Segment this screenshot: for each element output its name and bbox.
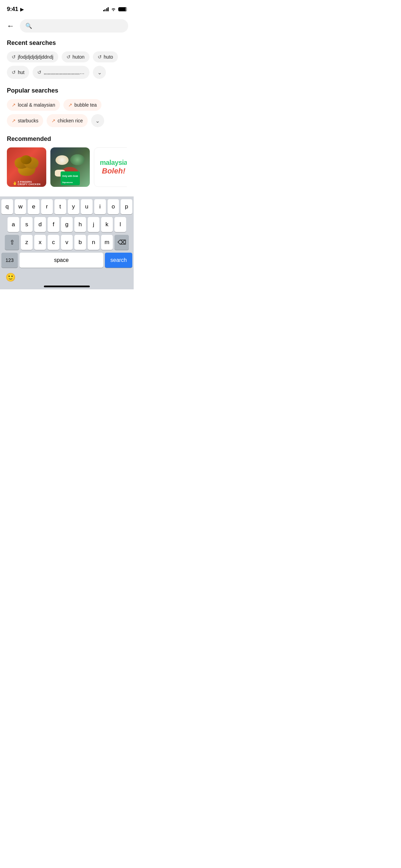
key-q[interactable]: q bbox=[1, 199, 13, 214]
recommended-title: Recommended bbox=[7, 135, 127, 143]
key-d[interactable]: d bbox=[34, 217, 46, 232]
emoji-button[interactable]: 🙂 bbox=[5, 273, 16, 282]
search-bar-row: ← 🔍 bbox=[0, 16, 134, 37]
recent-chip-1[interactable]: ↺ huton bbox=[62, 51, 89, 62]
signal-icon bbox=[103, 7, 109, 11]
key-m[interactable]: m bbox=[101, 235, 113, 250]
popular-searches-section: Popular searches ↗ local & malaysian ↗ b… bbox=[7, 87, 127, 127]
recent-chip-text-3: hut bbox=[18, 70, 24, 75]
recent-chip-3[interactable]: ↺ hut bbox=[7, 66, 29, 79]
popular-chip-text-1: bubble tea bbox=[74, 102, 97, 108]
keyboard-row-3: ⇧ z x c v b n m ⌫ bbox=[1, 235, 132, 250]
recent-chip-4[interactable]: ↺ ,,,,,,,,,,,,,,,,,,,,,,,,,,,,,,,,,,,, bbox=[33, 66, 89, 79]
popular-chips-row-2: ↗ starbucks ↗ chicken rice ⌄ bbox=[7, 114, 127, 127]
history-icon-3: ↺ bbox=[12, 70, 16, 75]
space-key[interactable]: space bbox=[20, 253, 103, 268]
popular-chips-row-1: ↗ local & malaysian ↗ bubble tea bbox=[7, 99, 127, 111]
expand-icon: ⌄ bbox=[97, 69, 102, 76]
battery-icon bbox=[118, 7, 127, 11]
history-icon-1: ↺ bbox=[66, 54, 71, 60]
popular-chip-text-0: local & malaysian bbox=[18, 102, 55, 108]
keyboard: q w e r t y u i o p a s d f g h j k l ⇧ … bbox=[0, 196, 134, 289]
recent-chip-text-1: huton bbox=[73, 54, 85, 60]
location-icon: ▶ bbox=[20, 7, 24, 12]
backspace-key[interactable]: ⌫ bbox=[114, 235, 129, 250]
recent-searches-section: Recent searches ↺ jfodjdjdjdjdjddndj ↺ h… bbox=[7, 39, 127, 79]
numbers-key[interactable]: 123 bbox=[1, 253, 18, 268]
key-w[interactable]: w bbox=[15, 199, 26, 214]
search-key[interactable]: search bbox=[105, 253, 132, 268]
trend-icon-0: ↗ bbox=[12, 102, 16, 108]
only-grab-badge: Only with Grab Signatures bbox=[60, 171, 80, 185]
popular-chip-3[interactable]: ↗ chicken rice bbox=[47, 114, 88, 127]
content-area: Recent searches ↺ jfodjdjdjdjdjddndj ↺ h… bbox=[0, 37, 134, 187]
recent-chip-0[interactable]: ↺ jfodjdjdjdjdjddndj bbox=[7, 51, 58, 62]
back-button[interactable]: ← bbox=[5, 20, 16, 32]
recent-searches-title: Recent searches bbox=[7, 39, 127, 47]
status-bar: 9:41 ▶ bbox=[0, 0, 134, 16]
history-icon-4: ↺ bbox=[37, 70, 41, 75]
key-i[interactable]: i bbox=[94, 199, 106, 214]
keyboard-row-4: 123 space search bbox=[1, 253, 132, 268]
popular-searches-title: Popular searches bbox=[7, 87, 127, 94]
key-j[interactable]: j bbox=[88, 217, 99, 232]
key-z[interactable]: z bbox=[21, 235, 33, 250]
key-a[interactable]: a bbox=[8, 217, 19, 232]
popular-chip-2[interactable]: ↗ starbucks bbox=[7, 114, 43, 127]
recent-chip-text-2: huto bbox=[104, 54, 113, 60]
boleh-text: Boleh! bbox=[100, 167, 127, 176]
key-t[interactable]: t bbox=[54, 199, 66, 214]
popular-expand-button[interactable]: ⌄ bbox=[91, 114, 104, 127]
key-b[interactable]: b bbox=[74, 235, 86, 250]
search-icon: 🔍 bbox=[25, 23, 32, 29]
history-icon-0: ↺ bbox=[12, 54, 16, 60]
malaysia-text: malaysia bbox=[100, 159, 127, 167]
popular-chip-text-3: chicken rice bbox=[58, 118, 83, 123]
4fingers-label: 4 FINGERSCRISPY CHICKEN bbox=[18, 181, 41, 185]
key-c[interactable]: c bbox=[48, 235, 59, 250]
popular-chip-text-2: starbucks bbox=[18, 118, 38, 123]
popular-chip-1[interactable]: ↗ bubble tea bbox=[63, 99, 101, 111]
recent-chip-text-4: ,,,,,,,,,,,,,,,,,,,,,,,,,,,,,,,,,,,, bbox=[44, 70, 85, 75]
key-y[interactable]: y bbox=[68, 199, 80, 214]
search-input-container[interactable]: 🔍 bbox=[20, 19, 128, 33]
key-x[interactable]: x bbox=[34, 235, 46, 250]
keyboard-row-1: q w e r t y u i o p bbox=[1, 199, 132, 214]
key-u[interactable]: u bbox=[81, 199, 93, 214]
recommended-section: Recommended 🤚 4 FINGERSCRISPY CHICKEN bbox=[7, 135, 127, 187]
trend-icon-2: ↗ bbox=[12, 118, 16, 123]
shift-key[interactable]: ⇧ bbox=[5, 235, 19, 250]
history-icon-2: ↺ bbox=[98, 54, 102, 60]
key-k[interactable]: k bbox=[101, 217, 113, 232]
key-e[interactable]: e bbox=[28, 199, 39, 214]
key-o[interactable]: o bbox=[108, 199, 119, 214]
rec-card-4fingers[interactable]: 🤚 4 FINGERSCRISPY CHICKEN bbox=[7, 147, 46, 187]
recent-chips-row-1: ↺ jfodjdjdjdjdjddndj ↺ huton ↺ huto bbox=[7, 51, 127, 62]
trend-icon-1: ↗ bbox=[68, 102, 72, 108]
keyboard-bottom: 🙂 bbox=[1, 270, 132, 285]
status-icons bbox=[103, 7, 127, 11]
key-n[interactable]: n bbox=[88, 235, 99, 250]
key-f[interactable]: f bbox=[48, 217, 59, 232]
status-time: 9:41 bbox=[7, 6, 18, 13]
key-g[interactable]: g bbox=[61, 217, 73, 232]
trend-icon-3: ↗ bbox=[51, 118, 56, 123]
home-indicator bbox=[44, 286, 90, 287]
popular-expand-icon: ⌄ bbox=[95, 118, 100, 124]
key-p[interactable]: p bbox=[121, 199, 132, 214]
recent-expand-button[interactable]: ⌄ bbox=[93, 66, 106, 79]
key-s[interactable]: s bbox=[21, 217, 33, 232]
rec-card-grab-food[interactable]: Only with Grab Signatures bbox=[50, 147, 90, 187]
keyboard-row-2: a s d f g h j k l bbox=[1, 217, 132, 232]
recommended-cards: 🤚 4 FINGERSCRISPY CHICKEN bbox=[7, 147, 127, 187]
recent-chip-text-0: jfodjdjdjdjdjddndj bbox=[18, 54, 53, 60]
key-r[interactable]: r bbox=[41, 199, 53, 214]
rec-card-malaysia-boleh[interactable]: malaysia Boleh! bbox=[94, 147, 127, 187]
recent-chips-row-2: ↺ hut ↺ ,,,,,,,,,,,,,,,,,,,,,,,,,,,,,,,,… bbox=[7, 66, 127, 79]
recent-chip-2[interactable]: ↺ huto bbox=[93, 51, 118, 62]
key-h[interactable]: h bbox=[74, 217, 86, 232]
key-l[interactable]: l bbox=[114, 217, 126, 232]
popular-chip-0[interactable]: ↗ local & malaysian bbox=[7, 99, 60, 111]
key-v[interactable]: v bbox=[61, 235, 73, 250]
wifi-icon bbox=[111, 7, 116, 11]
